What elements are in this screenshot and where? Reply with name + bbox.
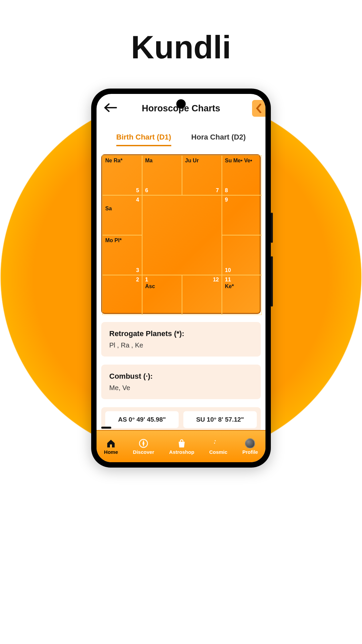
page-title: Kundli <box>0 0 362 66</box>
nav-profile[interactable]: Profile <box>242 438 258 455</box>
house-number: 1 <box>145 277 148 283</box>
house-number: 7 <box>216 187 219 194</box>
house-number: 3 <box>136 267 139 273</box>
house-number: 2 <box>136 277 139 283</box>
nav-label: Home <box>104 449 118 455</box>
nav-label: Cosmic <box>209 449 227 455</box>
scroll-indicator <box>101 427 111 429</box>
card-title: Combust (·): <box>109 372 253 381</box>
house-number: 10 <box>225 267 231 273</box>
house-number: 8 <box>225 187 228 194</box>
nav-cosmic[interactable]: Cosmic <box>209 438 227 455</box>
house-1[interactable]: 1 Asc <box>142 275 182 315</box>
nav-discover[interactable]: Discover <box>133 438 154 455</box>
kundli-chart: Ne Ra* 5 Ma 6 Ju Ur 7 Su Me• Ve• 8 4 Sa … <box>101 154 261 314</box>
house-9[interactable]: 9 <box>222 195 262 235</box>
house-7[interactable]: Ju Ur 7 <box>182 155 222 195</box>
house-number: 11 <box>225 277 231 283</box>
house-number: 12 <box>213 277 219 283</box>
phone-side-button <box>271 256 273 307</box>
positions-row: AS 0° 49' 45.98" SU 10° 8' 57.12" <box>101 407 261 432</box>
compass-icon <box>138 438 148 448</box>
bottom-nav: Home Discover Astroshop Cosmic <box>97 430 265 462</box>
nav-label: Profile <box>242 449 258 455</box>
camera-hole <box>176 99 186 109</box>
house-12[interactable]: 12 <box>182 275 222 315</box>
chart-center <box>142 195 222 275</box>
house-planets: Ju Ur <box>185 158 219 164</box>
nav-astroshop[interactable]: Astroshop <box>169 438 194 455</box>
house-planets: Ne Ra* <box>105 158 139 164</box>
card-value: Me, Ve <box>109 384 253 392</box>
position-as[interactable]: AS 0° 49' 45.98" <box>105 411 179 428</box>
house-number: 5 <box>136 187 139 194</box>
house-planets: Mo Pl* <box>105 237 139 244</box>
house-planets: Su Me• Ve• <box>225 158 259 164</box>
chart-tabs: Birth Chart (D1) Hora Chart (D2) <box>97 123 265 150</box>
house-number: 6 <box>145 187 148 194</box>
drawer-toggle-button[interactable] <box>252 100 265 117</box>
house-number: 4 <box>136 197 139 203</box>
house-2[interactable]: 2 <box>102 275 142 315</box>
card-value: Pl , Ra , Ke <box>109 341 253 349</box>
card-title: Retrogate Planets (*): <box>109 329 253 338</box>
phone-side-button <box>271 213 273 243</box>
house-6[interactable]: Ma 6 <box>142 155 182 195</box>
house-8[interactable]: Su Me• Ve• 8 <box>222 155 262 195</box>
screen: Horoscope Charts Birth Chart (D1) Hora C… <box>97 94 265 462</box>
back-button[interactable] <box>104 103 117 113</box>
house-11[interactable]: 11 Ke* <box>222 275 262 315</box>
house-number: 9 <box>225 197 228 203</box>
home-icon <box>106 438 116 448</box>
svg-point-1 <box>215 440 216 441</box>
house-3[interactable]: Mo Pl* 3 <box>102 235 142 275</box>
svg-point-2 <box>214 442 215 443</box>
retrograde-card: Retrogate Planets (*): Pl , Ra , Ke <box>101 322 261 357</box>
phone-frame: Horoscope Charts Birth Chart (D1) Hora C… <box>91 89 271 468</box>
tab-hora-chart[interactable]: Hora Chart (D2) <box>191 133 246 146</box>
house-planets: Ma <box>145 158 179 164</box>
moon-star-icon <box>213 438 223 448</box>
tab-birth-chart[interactable]: Birth Chart (D1) <box>116 133 171 146</box>
house-4[interactable]: 4 Sa <box>102 195 142 235</box>
nav-home[interactable]: Home <box>104 438 118 455</box>
house-planets: Ke* <box>225 283 259 289</box>
nav-label: Astroshop <box>169 449 194 455</box>
house-5[interactable]: Ne Ra* 5 <box>102 155 142 195</box>
avatar-icon <box>245 438 255 448</box>
bag-icon <box>177 438 187 448</box>
house-planets: Sa <box>105 206 139 212</box>
house-planets: Asc <box>145 283 179 289</box>
house-10[interactable]: 10 <box>222 235 262 275</box>
nav-label: Discover <box>133 449 154 455</box>
combust-card: Combust (·): Me, Ve <box>101 365 261 399</box>
position-su[interactable]: SU 10° 8' 57.12" <box>183 411 257 428</box>
